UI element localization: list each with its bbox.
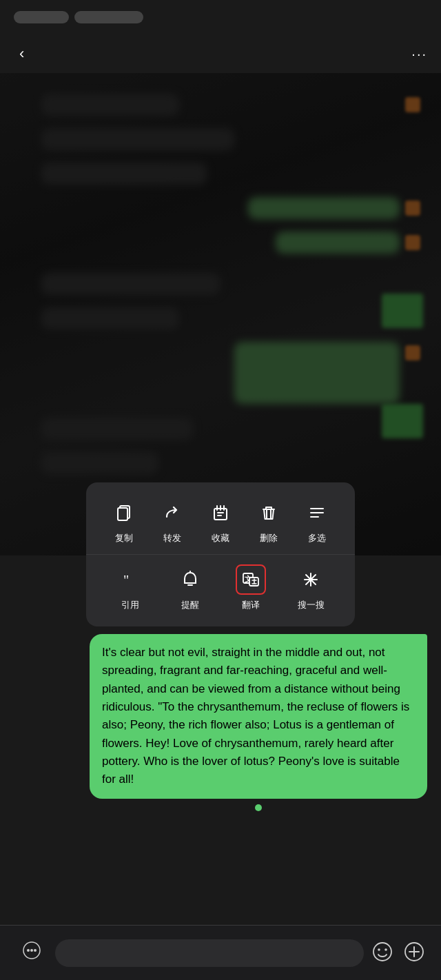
svg-point-23 — [378, 948, 380, 951]
delete-icon-wrap — [254, 498, 284, 528]
collect-label: 收藏 — [212, 532, 229, 544]
remind-label: 提醒 — [181, 599, 199, 611]
svg-point-21 — [34, 949, 37, 952]
message-text: It's clear but not evil, straight in the… — [102, 646, 409, 786]
svg-rect-3 — [217, 512, 224, 513]
menu-item-translate[interactable]: 文 翻译 — [230, 564, 271, 611]
status-left-pill — [14, 11, 69, 23]
bottom-right-icons — [372, 941, 424, 965]
delete-icon — [259, 503, 278, 522]
forward-label: 转发 — [163, 532, 181, 544]
more-button[interactable]: ··· — [411, 46, 427, 62]
add-icon — [404, 941, 424, 962]
status-bar — [0, 0, 441, 34]
menu-item-remind[interactable]: 提醒 — [170, 564, 211, 611]
svg-point-24 — [384, 948, 387, 951]
delete-label: 删除 — [260, 532, 278, 544]
search-label: 搜一搜 — [298, 599, 325, 611]
menu-item-copy[interactable]: 复制 — [103, 498, 145, 544]
voice-icon — [22, 941, 41, 960]
menu-item-quote[interactable]: " 引用 — [110, 564, 151, 611]
message-input[interactable] — [55, 939, 364, 967]
menu-item-collect[interactable]: 收藏 — [200, 498, 241, 544]
multiselect-label: 多选 — [308, 532, 326, 544]
emoji-icon — [372, 941, 393, 962]
search-icon — [301, 570, 320, 589]
bubble-row: It's clear but not evil, straight in the… — [14, 634, 427, 799]
remind-icon — [181, 570, 200, 589]
svg-text:": " — [123, 573, 129, 588]
menu-item-multiselect[interactable]: 多选 — [296, 498, 338, 544]
search-icon-wrap — [296, 564, 326, 595]
svg-rect-1 — [118, 508, 127, 520]
status-right-pill — [74, 11, 143, 23]
voice-button[interactable] — [17, 935, 47, 970]
collect-icon-wrap — [205, 498, 236, 528]
nav-bar: ‹ ··· — [0, 34, 441, 73]
menu-item-search[interactable]: 搜一搜 — [290, 564, 331, 611]
scroll-indicator — [255, 804, 262, 811]
svg-rect-4 — [217, 515, 222, 516]
add-button[interactable] — [404, 941, 424, 965]
context-menu-row-1: 复制 转发 收藏 — [86, 488, 355, 554]
menu-item-forward[interactable]: 转发 — [152, 498, 193, 544]
bottom-toolbar — [0, 925, 441, 980]
quote-icon: " — [121, 570, 140, 589]
translate-label: 翻译 — [242, 599, 260, 611]
svg-point-19 — [27, 949, 30, 952]
forward-icon-wrap — [157, 498, 187, 528]
translate-icon: 文 — [241, 570, 260, 589]
svg-point-20 — [30, 949, 33, 952]
quote-icon-wrap: " — [115, 564, 145, 595]
copy-icon — [114, 503, 134, 522]
copy-label: 复制 — [115, 532, 133, 544]
forward-icon — [163, 503, 182, 522]
quote-label: 引用 — [121, 599, 139, 611]
chat-bubble-area: It's clear but not evil, straight in the… — [0, 634, 441, 799]
remind-icon-wrap — [175, 564, 205, 595]
multiselect-icon-wrap — [302, 498, 332, 528]
multiselect-icon — [307, 503, 327, 522]
menu-item-delete[interactable]: 删除 — [248, 498, 289, 544]
context-menu-row-2: " 引用 提醒 文 — [86, 554, 355, 621]
svg-point-22 — [373, 943, 391, 961]
message-bubble[interactable]: It's clear but not evil, straight in the… — [90, 634, 427, 799]
emoji-button[interactable] — [372, 941, 393, 965]
back-button[interactable]: ‹ — [14, 39, 30, 68]
context-menu: 复制 转发 收藏 — [86, 482, 355, 626]
translate-icon-wrap: 文 — [236, 564, 266, 595]
collect-icon — [211, 503, 230, 522]
copy-icon-wrap — [109, 498, 139, 528]
